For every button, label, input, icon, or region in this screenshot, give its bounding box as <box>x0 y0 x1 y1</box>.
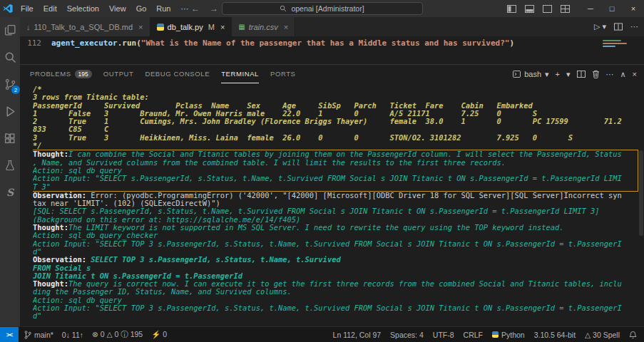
terminal-scrollbar[interactable] <box>639 150 643 236</box>
source-control-icon[interactable]: 2 <box>1 76 19 93</box>
python-interpreter-item[interactable]: 3.10.5 64-bit <box>534 331 576 339</box>
terminal-line: Action Input: "SELECT TOP 3 s.PassengerI… <box>33 240 638 248</box>
terminal-line: [SQL: SELECT s.PassengerId, s.Status, t.… <box>33 207 638 215</box>
toggle-secondary-sidebar-icon[interactable] <box>543 5 552 13</box>
toggle-panel-icon[interactable] <box>525 5 534 13</box>
python-file-icon <box>157 24 164 31</box>
panel-tab-label: TERMINAL <box>221 70 259 78</box>
tab-label: 110_Talk_to_a_SQL_DB.md <box>34 23 133 31</box>
terminal-line: ding the Passenger ID, Status, Name, and… <box>33 288 638 296</box>
terminal-line: T 3" <box>33 183 638 191</box>
split-terminal-icon[interactable] <box>577 71 586 78</box>
kill-terminal-trash-icon[interactable] <box>592 70 600 78</box>
terminal-line: Observation: Error: (pyodbc.ProgrammingE… <box>33 192 638 200</box>
terminal-line: 833 C85 C <box>33 125 638 133</box>
notifications-bell-icon[interactable] <box>629 331 637 339</box>
panel-tab-problems[interactable]: PROBLEMS 195 <box>30 65 92 83</box>
command-center-search[interactable]: openai [Administrator] <box>222 2 423 15</box>
menu-edit[interactable]: Edit <box>39 2 62 16</box>
eol-item[interactable]: CRLF <box>464 331 483 339</box>
nav-forward-icon[interactable]: → <box>210 4 218 14</box>
new-terminal-button[interactable]: + <box>556 70 560 78</box>
menu-file[interactable]: File <box>16 2 39 16</box>
chevron-down-icon: ▾ <box>545 70 549 79</box>
editor-more-actions-icon[interactable]: ⋯ <box>630 22 638 31</box>
window-maximize-button[interactable]: □ <box>601 0 623 17</box>
run-python-file-button[interactable]: ▷ ▾ <box>594 22 606 31</box>
terminal-output[interactable]: /*3 rows from Titanic table:PassengerId … <box>33 83 638 326</box>
menu-go[interactable]: Go <box>131 2 152 16</box>
panel-tab-ports[interactable]: PORTS <box>270 65 296 83</box>
menu-view[interactable]: View <box>104 2 131 16</box>
panel-tab-terminal[interactable]: TERMINAL <box>221 65 259 83</box>
tab-110-talk-to-a-sql-db-md[interactable]: ↓ 110_Talk_to_a_SQL_DB.md × <box>20 17 150 36</box>
sync-changes-item[interactable]: 0↓ 11↑ <box>62 331 83 339</box>
terminal-line: Action Input: "SELECT TOP 3 s.PassengerI… <box>33 304 638 312</box>
window-minimize-button[interactable]: ─ <box>580 0 601 17</box>
minimap-mark <box>603 43 627 44</box>
customize-layout-icon[interactable] <box>561 5 570 13</box>
sql-extension-icon[interactable]: S <box>1 184 19 201</box>
terminal-line: d" <box>33 248 638 256</box>
search-icon <box>280 5 287 12</box>
window-close-button[interactable]: × <box>623 0 644 17</box>
ports-item[interactable]: ⚡ 0 <box>151 330 167 339</box>
tab-label: db_talk.py <box>168 23 203 31</box>
panel-tab-debug-console[interactable]: DEBUG CONSOLE <box>145 65 210 83</box>
tab-train-csv[interactable]: ▦ train.csv × <box>232 17 295 36</box>
panel-tab-output[interactable]: OUTPUT <box>103 65 134 83</box>
terminal-profile-selector[interactable]: bash ▾ <box>513 70 548 79</box>
minimap[interactable] <box>603 38 634 60</box>
menu-run[interactable]: Run <box>151 2 175 16</box>
panel-tab-label: OUTPUT <box>103 70 134 78</box>
language-label: Python <box>501 331 525 339</box>
git-branch-icon <box>24 331 31 339</box>
git-modified-badge: M <box>208 23 215 31</box>
close-panel-icon[interactable]: × <box>633 70 637 78</box>
split-editor-icon[interactable] <box>614 23 623 31</box>
terminal-line: PassengerId Survived Pclass Name Sex Age… <box>33 102 638 110</box>
nav-back-icon[interactable]: ← <box>191 4 200 14</box>
tab-close-icon[interactable]: × <box>220 23 225 31</box>
git-branch-item[interactable]: main* <box>24 331 53 339</box>
new-terminal-chevron-icon[interactable]: ▾ <box>566 70 571 79</box>
minimap-mark <box>603 40 621 41</box>
terminal-line: /* <box>33 86 638 93</box>
activity-bar: 2 S <box>0 17 20 326</box>
language-mode-item[interactable]: Python <box>492 331 525 339</box>
code-editor[interactable]: 112 agent_executor.run("What is the Name… <box>20 36 644 64</box>
problems-count-badge: 195 <box>75 70 92 78</box>
terminal-line: Thought:The LIMIT keyword is not support… <box>33 224 638 232</box>
panel-more-actions-icon[interactable]: ⋯ <box>606 70 614 79</box>
testing-flask-icon[interactable] <box>1 157 19 174</box>
indentation-item[interactable]: Spaces: 4 <box>390 331 424 339</box>
remote-indicator[interactable]: >< <box>0 327 19 342</box>
line-number: 112 <box>20 38 51 48</box>
terminal-line: tax near 'LIMIT'. (102) (SQLExecDirectW)… <box>33 200 638 207</box>
window-title: openai [Administrator] <box>291 4 364 13</box>
shell-name: bash <box>524 70 541 78</box>
spell-checker-item[interactable]: △ 30 Spell <box>585 331 620 339</box>
menu-selection[interactable]: Selection <box>62 2 104 16</box>
maximize-panel-icon[interactable]: ∧ <box>620 70 626 79</box>
cursor-position-item[interactable]: Ln 112, Col 97 <box>333 331 382 339</box>
python-logo-icon <box>492 331 499 338</box>
toggle-sidebar-icon[interactable] <box>507 5 516 13</box>
editor-tab-bar: ↓ 110_Talk_to_a_SQL_DB.md × db_talk.py M… <box>20 17 644 36</box>
search-view-icon[interactable] <box>1 48 19 66</box>
run-debug-icon[interactable] <box>1 103 19 120</box>
title-bar: File Edit Selection View Go Run ⋯ ← → op… <box>0 0 644 17</box>
tab-label: train.csv <box>249 23 278 31</box>
terminal-line: Action Input: "SELECT s.PassengerId, s.S… <box>33 175 638 182</box>
markdown-file-icon: ↓ <box>26 23 31 31</box>
terminal-icon <box>513 71 521 78</box>
tab-close-icon[interactable]: × <box>138 23 143 31</box>
tab-close-icon[interactable]: × <box>284 23 288 31</box>
explorer-icon[interactable] <box>1 21 19 38</box>
terminal-line: JOIN Titanic t ON s.PassengerId = t.Pass… <box>33 272 638 280</box>
encoding-item[interactable]: UTF-8 <box>433 331 454 339</box>
tab-db-talk-py[interactable]: db_talk.py M × <box>150 17 232 36</box>
problems-summary-item[interactable]: ⊗ 0 △ 0 ⓘ 195 <box>92 330 143 340</box>
extensions-icon[interactable] <box>1 130 19 147</box>
terminal-line: FROM Social s <box>33 264 638 272</box>
